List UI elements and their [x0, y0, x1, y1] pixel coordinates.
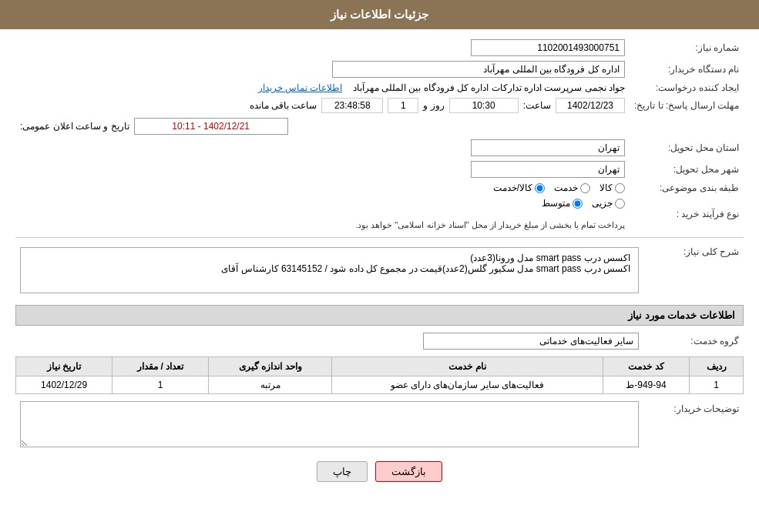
purchase-note: پرداخت تمام یا بخشی از مبلغ خریدار از مح… — [355, 220, 625, 229]
buyer-note-row: توضیحات خریدار: — [15, 399, 744, 452]
service-group-label: گروه خدمت: — [643, 330, 744, 352]
col-date: تاریخ نیاز — [16, 357, 113, 376]
order-number-input: 1102001493000751 — [471, 39, 625, 56]
buyer-note-table: توضیحات خریدار: — [15, 399, 744, 452]
buyer-note-label: توضیحات خریدار: — [643, 399, 744, 452]
deadline-day-label: روز و — [423, 100, 444, 111]
need-desc-line2: اکسس درب smart pass مدل سکیور گلس(2عدد)ق… — [29, 263, 630, 274]
province-input: تهران — [471, 139, 625, 156]
buyer-note-value — [15, 399, 643, 452]
creator-row: ایجاد کننده درخواست: جواد نجمی سرپرست اد… — [15, 80, 744, 95]
need-desc-table: شرح کلی نیاز: اکسس درب smart pass مدل ور… — [15, 242, 744, 299]
category-label: طبقه بندی موضوعی: — [630, 180, 744, 196]
service-table-head: ردیف کد خدمت نام خدمت واحد اندازه گیری ت… — [16, 357, 744, 376]
deadline-remaining-label: ساعت باقی مانده — [250, 100, 317, 111]
back-button[interactable]: بازگشت — [375, 461, 442, 482]
cell-code: 949-94-ط — [603, 376, 690, 394]
deadline-remaining: 23:48:58 — [321, 98, 383, 113]
deadline-label: مهلت ارسال پاسخ: تا تاریخ: — [630, 95, 744, 115]
service-group-input: سایر فعالیت‌های خدماتی — [423, 333, 639, 350]
creator-contact-link[interactable]: اطلاعات تماس خریدار — [258, 82, 343, 93]
page-wrapper: جزئیات اطلاعات نیاز شماره نیاز: 11020014… — [0, 0, 759, 532]
category-radio-goods[interactable] — [615, 183, 625, 193]
col-row: ردیف — [690, 357, 744, 376]
cell-qty: 1 — [113, 376, 209, 394]
main-content: شماره نیاز: 1102001493000751 نام دستگاه … — [0, 29, 759, 497]
service-info-title: اطلاعات خدمات مورد نیاز — [15, 305, 744, 326]
city-value: تهران — [15, 159, 630, 180]
order-number-label: شماره نیاز: — [630, 37, 744, 59]
purchase-radio-medium[interactable] — [573, 199, 583, 209]
purchase-type-label: نوع فرآیند خرید : — [630, 196, 744, 233]
cell-name: فعالیت‌های سایر سازمان‌های دارای عضو — [332, 376, 603, 394]
buyer-org-input: اداره کل فرودگاه بین المللی مهرآباد — [332, 61, 625, 78]
print-button[interactable]: چاپ — [317, 461, 368, 482]
col-name: نام خدمت — [332, 357, 603, 376]
purchase-type-row: نوع فرآیند خرید : جزیی متوسط پرداخت تم — [15, 196, 744, 233]
purchase-type-radio-group: جزیی متوسط — [20, 198, 625, 209]
deadline-time-label: ساعت: — [523, 100, 551, 111]
col-unit: واحد اندازه گیری — [209, 357, 332, 376]
category-label-goods: کالا — [599, 182, 613, 193]
category-radio-service[interactable] — [580, 183, 590, 193]
announce-date-box: 1402/12/21 - 10:11 — [134, 118, 288, 135]
province-value: تهران — [15, 137, 630, 159]
category-label-service: خدمت — [554, 182, 578, 193]
purchase-type-value: جزیی متوسط پرداخت تمام یا بخشی از مبلغ خ… — [15, 196, 630, 233]
announce-date-text: تاریخ و ساعت اعلان عمومی: — [20, 121, 129, 132]
divider-1 — [15, 237, 744, 238]
city-input: تهران — [471, 161, 625, 178]
category-option-both: کالا/خدمت — [493, 182, 545, 193]
service-table: ردیف کد خدمت نام خدمت واحد اندازه گیری ت… — [15, 356, 744, 394]
announce-date-label — [630, 115, 744, 137]
info-table: شماره نیاز: 1102001493000751 نام دستگاه … — [15, 37, 744, 233]
buyer-note-textarea[interactable] — [20, 401, 639, 447]
purchase-label-partial: جزیی — [592, 198, 613, 209]
category-label-both: کالا/خدمت — [493, 182, 532, 193]
table-row: 1 949-94-ط فعالیت‌های سایر سازمان‌های دا… — [16, 376, 744, 394]
col-qty: تعداد / مقدار — [113, 357, 209, 376]
category-row: طبقه بندی موضوعی: کالا خدمت — [15, 180, 744, 196]
announce-date-value: 1402/12/21 - 10:11 تاریخ و ساعت اعلان عم… — [15, 115, 630, 137]
deadline-time: 10:30 — [449, 98, 519, 113]
service-group-table: گروه خدمت: سایر فعالیت‌های خدماتی — [15, 330, 744, 352]
category-option-goods: کالا — [599, 182, 625, 193]
creator-label: ایجاد کننده درخواست: — [630, 80, 744, 95]
service-group-row: گروه خدمت: سایر فعالیت‌های خدماتی — [15, 330, 744, 352]
purchase-label-medium: متوسط — [542, 198, 570, 209]
purchase-option-partial: جزیی — [592, 198, 625, 209]
page-header: جزئیات اطلاعات نیاز — [0, 0, 759, 29]
deadline-days: 1 — [388, 98, 418, 113]
buyer-org-row: نام دستگاه خریدار: اداره کل فرودگاه بین … — [15, 59, 744, 80]
category-radio-group: کالا خدمت کالا/خدمت — [20, 182, 625, 193]
service-table-body: 1 949-94-ط فعالیت‌های سایر سازمان‌های دا… — [16, 376, 744, 394]
category-value: کالا خدمت کالا/خدمت — [15, 180, 630, 196]
creator-value: جواد نجمی سرپرست اداره تدارکات اداره کل … — [15, 80, 630, 95]
creator-text: جواد نجمی سرپرست اداره تدارکات اداره کل … — [353, 82, 625, 93]
province-label: استان محل تحویل: — [630, 137, 744, 159]
service-group-value: سایر فعالیت‌های خدماتی — [15, 330, 643, 352]
purchase-radio-partial[interactable] — [615, 199, 625, 209]
deadline-value: 1402/12/23 ساعت: 10:30 روز و 1 23:48:58 … — [15, 95, 630, 115]
cell-unit: مرتبه — [209, 376, 332, 394]
deadline-row: مهلت ارسال پاسخ: تا تاریخ: 1402/12/23 سا… — [15, 95, 744, 115]
cell-date: 1402/12/29 — [16, 376, 113, 394]
col-code: کد خدمت — [603, 357, 690, 376]
order-number-row: شماره نیاز: 1102001493000751 — [15, 37, 744, 59]
buyer-org-value: اداره کل فرودگاه بین المللی مهرآباد — [15, 59, 630, 80]
button-group: بازگشت چاپ — [15, 461, 744, 482]
category-radio-both[interactable] — [535, 183, 545, 193]
cell-row: 1 — [690, 376, 744, 394]
buyer-org-label: نام دستگاه خریدار: — [630, 59, 744, 80]
order-number-value: 1102001493000751 — [15, 37, 630, 59]
category-option-service: خدمت — [554, 182, 590, 193]
need-desc-value: اکسس درب smart pass مدل ورونا(3عدد) اکسس… — [15, 242, 643, 299]
need-desc-box: اکسس درب smart pass مدل ورونا(3عدد) اکسس… — [20, 247, 639, 293]
need-desc-label: شرح کلی نیاز: — [643, 242, 744, 299]
need-desc-line1: اکسس درب smart pass مدل ورونا(3عدد) — [29, 253, 630, 263]
need-desc-row: شرح کلی نیاز: اکسس درب smart pass مدل ور… — [15, 242, 744, 299]
city-label: شهر محل تحویل: — [630, 159, 744, 180]
deadline-date: 1402/12/23 — [556, 98, 625, 113]
service-table-header-row: ردیف کد خدمت نام خدمت واحد اندازه گیری ت… — [16, 357, 744, 376]
province-row: استان محل تحویل: تهران — [15, 137, 744, 159]
